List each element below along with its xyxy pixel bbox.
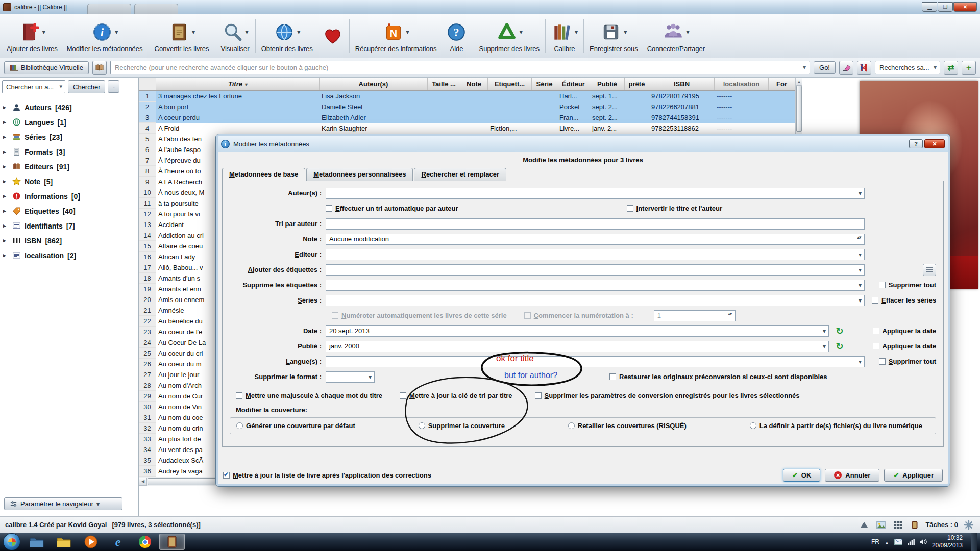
remove-all-languages-option[interactable]: Supprimer tout [879, 358, 936, 365]
auto-sort-author-option[interactable]: Effectuer un tri automatique par auteur [326, 205, 458, 212]
published-input[interactable]: janv. 2000 [326, 341, 829, 352]
toolbar-fetch-news[interactable]: N Récupérer des informations [351, 15, 442, 57]
taskbar-chrome[interactable] [132, 534, 158, 550]
dialog-close-button[interactable]: ✕ [924, 139, 945, 148]
column-header-location[interactable]: localisation [715, 78, 769, 90]
scrollbar-thumb[interactable] [796, 86, 802, 132]
taskbar-explorer[interactable] [24, 534, 50, 550]
expander-icon[interactable] [3, 104, 9, 111]
remove-format-select[interactable] [326, 371, 375, 383]
background-window-tab[interactable] [87, 4, 131, 14]
toolbar-get-books[interactable]: Obtenir des livres [257, 15, 317, 57]
radio-button[interactable] [750, 422, 756, 429]
series-select[interactable] [326, 295, 865, 306]
network-tray-icon[interactable] [908, 539, 915, 545]
languages-select[interactable] [326, 356, 865, 367]
language-indicator[interactable]: FR [871, 538, 879, 545]
maximize-button[interactable]: ❐ [938, 2, 953, 12]
column-header-formats[interactable]: For [769, 78, 795, 90]
toolbar-save-to-disk[interactable]: Enregistrer sous [585, 15, 643, 57]
add-saved-search-button[interactable]: ＋ [962, 61, 976, 75]
minimize-button[interactable]: ▁ [922, 2, 937, 12]
cover-browser-toggle[interactable] [892, 519, 904, 531]
tab-search-replace[interactable]: Rechercher et remplacer [414, 168, 506, 181]
remove-tags-select[interactable] [326, 280, 865, 291]
column-header-size[interactable]: Taille ... [428, 78, 460, 90]
checkbox[interactable] [236, 392, 242, 399]
expander-icon[interactable] [3, 222, 9, 229]
table-row[interactable]: 1 3 mariages chez les Fortune Lisa Jacks… [139, 91, 795, 102]
expander-icon[interactable] [3, 119, 9, 126]
checkbox[interactable] [873, 343, 879, 349]
checkbox-checked[interactable] [223, 472, 230, 479]
search-input[interactable]: Recherche (pour une recherche avancée cl… [110, 61, 810, 74]
toolbar-connect-share[interactable]: Connecter/Partager [643, 15, 709, 57]
publisher-select[interactable] [326, 249, 865, 260]
toolbar-convert-books[interactable]: Convertir les livres [150, 15, 214, 57]
find-item-input[interactable]: Chercher un a... [2, 80, 65, 93]
save-search-button[interactable]: ⇄ [944, 61, 958, 75]
scroll-up-icon[interactable]: ▲ [796, 78, 802, 86]
checkbox[interactable] [535, 392, 542, 399]
toolbar-edit-metadata[interactable]: i Modifier les métadonnées [62, 15, 148, 57]
sidebar-item-tags[interactable]: Etiquettes[40] [3, 204, 135, 218]
expander-icon[interactable] [3, 148, 9, 155]
swap-title-author-option[interactable]: Intervertir le titre et l'auteur [627, 205, 723, 212]
toolbar-calibre-library[interactable]: Calibre [547, 15, 582, 57]
date-input[interactable]: 20 sept. 2013 [326, 325, 829, 337]
column-header-publisher[interactable]: Éditeur [557, 78, 590, 90]
sidebar-item-authors[interactable]: Auteurs[426] [3, 100, 135, 115]
saved-searches-select[interactable]: Recherches sa... [875, 61, 940, 74]
remove-all-tags-option[interactable]: Supprimer tout [879, 281, 936, 289]
checkbox[interactable] [609, 373, 616, 380]
sidebar-item-location[interactable]: localisation[2] [3, 248, 135, 263]
column-header-isbn[interactable]: ISBN [649, 78, 715, 90]
column-header-loaned[interactable]: prêté [625, 78, 649, 90]
mail-tray-icon[interactable] [894, 539, 902, 545]
find-button[interactable]: Chercher [68, 80, 105, 93]
toolbar-donate[interactable] [317, 15, 348, 57]
rating-spinner[interactable]: Aucune modification [326, 234, 865, 245]
clear-series-option[interactable]: Effacer les séries [872, 296, 936, 304]
taskbar-internet-explorer[interactable]: e [105, 534, 131, 550]
series-start-option[interactable]: Commencer la numérotation à : [524, 312, 633, 319]
checkbox[interactable] [524, 312, 531, 319]
column-header-series[interactable]: Série [532, 78, 557, 90]
cover-option-radio[interactable]: Générer une couverture par défaut [236, 422, 355, 430]
checkbox[interactable] [872, 297, 878, 304]
toolbar-help[interactable]: ? Aide [441, 15, 472, 57]
remove-conversion-settings-option[interactable]: Supprimer les paramètres de conversion e… [535, 392, 800, 399]
apply-published-option[interactable]: Appliquer la date [873, 342, 936, 350]
cover-grid-toggle[interactable] [875, 519, 887, 531]
tag-browser-toggle[interactable] [858, 519, 870, 531]
sidebar-item-publishers[interactable]: Editeurs[91] [3, 159, 135, 174]
reset-published-button[interactable]: ↻ [833, 340, 846, 353]
authors-select[interactable] [326, 188, 865, 199]
virtual-library-button[interactable]: Bibliothèque Virtuelle [4, 61, 89, 74]
search-highlight-button[interactable] [92, 61, 107, 75]
checkbox[interactable] [873, 328, 879, 334]
radio-button[interactable] [236, 422, 243, 429]
cover-option-radio[interactable]: La définir à partir de(s) fichier(s) du … [750, 422, 922, 430]
radio-button[interactable] [419, 422, 425, 429]
sidebar-item-isbn[interactable]: ISBN[862] [3, 233, 135, 248]
checkbox[interactable] [332, 312, 338, 319]
toolbar-add-books[interactable]: Ajouter des livres [2, 15, 62, 57]
configure-browser-button[interactable]: Paramétrer le navigateur [4, 497, 122, 510]
scroll-left-icon[interactable]: ◀ [139, 478, 147, 486]
checkbox[interactable] [879, 282, 886, 288]
column-header-title[interactable]: Titre [156, 78, 320, 90]
toolbar-view[interactable]: Visualiser [216, 15, 254, 57]
expander-icon[interactable] [3, 163, 9, 170]
reset-date-button[interactable]: ↻ [833, 325, 846, 337]
author-sort-input[interactable] [326, 218, 865, 230]
jobs-label[interactable]: Tâches : 0 [925, 521, 958, 529]
cover-option-radio[interactable]: Supprimer la couverture [419, 422, 505, 430]
sidebar-item-series[interactable]: Séries[23] [3, 130, 135, 144]
restore-originals-option[interactable]: Restaurer les originaux préconversion si… [609, 373, 827, 381]
collapse-all-button[interactable]: - [108, 80, 119, 93]
expander-icon[interactable] [3, 178, 9, 185]
clear-search-button[interactable] [839, 61, 853, 75]
start-button[interactable] [3, 533, 20, 550]
volume-tray-icon[interactable] [920, 539, 927, 545]
